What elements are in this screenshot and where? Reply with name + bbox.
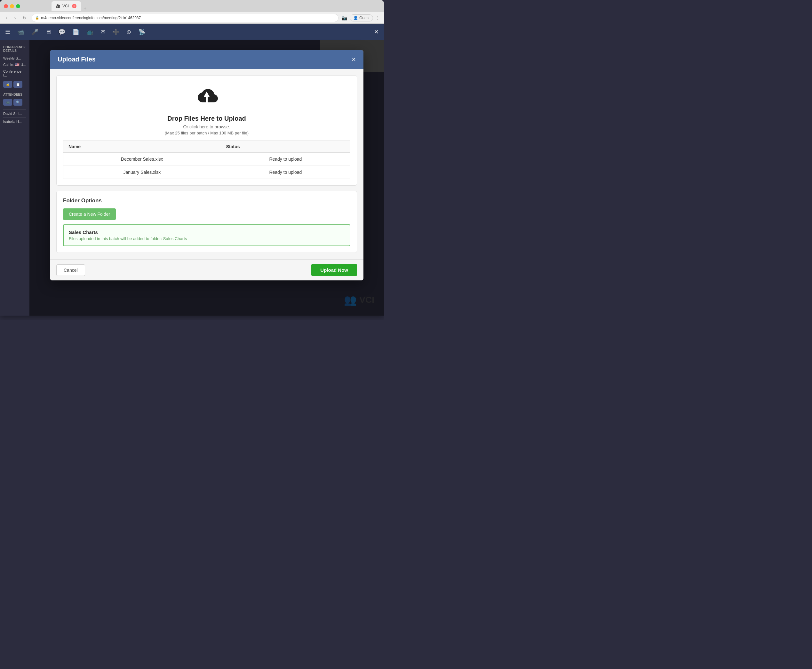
sidebar-btn-1[interactable]: 🔒 bbox=[3, 81, 12, 88]
attendee-1: David Smi... bbox=[3, 109, 26, 118]
sidebar-btn-2[interactable]: 📋 bbox=[13, 81, 22, 88]
app-content: Conference Details Weekly S... Call In: … bbox=[0, 40, 384, 316]
selected-folder-name: Sales Charts bbox=[69, 230, 345, 235]
modal-body: Drop Files Here to Upload Or click here … bbox=[50, 69, 364, 259]
conference-details-section: Conference Details Weekly S... Call In: … bbox=[3, 45, 26, 89]
record-icon[interactable]: ⊕ bbox=[126, 29, 131, 35]
reload-button[interactable]: ↻ bbox=[21, 15, 29, 21]
sidebar: Conference Details Weekly S... Call In: … bbox=[0, 40, 29, 316]
chat-icon[interactable]: 💬 bbox=[58, 29, 65, 35]
browser-actions: 📷 👤 Guest ⋮ bbox=[342, 14, 380, 22]
broadcast-icon[interactable]: 📡 bbox=[138, 29, 145, 35]
tab-favicon: 🎥 bbox=[56, 4, 60, 8]
attendees-section: Attendees 📹 🔍 David Smi... Isabella H... bbox=[3, 93, 26, 126]
file-1-status: Ready to upload bbox=[221, 153, 350, 166]
col-status: Status bbox=[221, 141, 350, 153]
folder-options-title: Folder Options bbox=[63, 197, 350, 204]
fullscreen-traffic-light[interactable] bbox=[16, 4, 20, 8]
tab-label: VCI bbox=[62, 4, 69, 8]
modal-close-button[interactable]: × bbox=[352, 56, 356, 63]
folder-options-section: Folder Options Create a New Folder Sales… bbox=[56, 191, 357, 253]
main-content: 📹 Upload Files × bbox=[29, 40, 384, 316]
user-label: Guest bbox=[359, 16, 369, 20]
modal-title: Upload Files bbox=[58, 56, 96, 63]
upload-cloud-icon bbox=[63, 85, 350, 112]
tab-close-icon[interactable]: × bbox=[72, 4, 77, 8]
file-2-status: Ready to upload bbox=[221, 166, 350, 179]
tab-bar: 🎥 VCI × + bbox=[29, 1, 111, 11]
modal-header: Upload Files × bbox=[50, 50, 364, 69]
screen-icon[interactable]: 🖥 bbox=[45, 29, 51, 35]
user-icon: 👤 bbox=[353, 16, 358, 20]
email-icon[interactable]: ✉ bbox=[101, 29, 105, 35]
sidebar-weekly[interactable]: Weekly S... bbox=[3, 55, 26, 61]
sidebar-callin[interactable]: Call In: 🇺🇸 U... bbox=[3, 61, 26, 68]
app-toolbar: ☰ 📹 🎤 🖥 💬 📄 📺 ✉ ➕ ⊕ 📡 ✕ bbox=[0, 24, 384, 40]
modal-overlay: Upload Files × bbox=[29, 40, 384, 316]
create-folder-button[interactable]: Create a New Folder bbox=[63, 208, 116, 220]
modal-footer: Cancel Upload Now bbox=[50, 259, 364, 281]
close-traffic-light[interactable] bbox=[4, 4, 8, 8]
table-row: January Sales.xlsx Ready to upload bbox=[63, 166, 350, 179]
new-tab-button[interactable]: + bbox=[82, 6, 88, 11]
cast-button[interactable]: 📷 bbox=[342, 15, 347, 20]
table-row: December Sales.xlsx Ready to upload bbox=[63, 153, 350, 166]
cancel-button[interactable]: Cancel bbox=[56, 264, 85, 276]
attendee-video-btn[interactable]: 📹 bbox=[3, 99, 12, 106]
drop-zone[interactable]: Drop Files Here to Upload Or click here … bbox=[56, 75, 357, 186]
active-tab[interactable]: 🎥 VCI × bbox=[52, 1, 81, 11]
address-bar: ‹ › ↻ 🔒 m4demo.videoconferencinginfo.com… bbox=[0, 12, 384, 24]
url-field[interactable]: 🔒 m4demo.videoconferencinginfo.com/meeti… bbox=[32, 14, 339, 22]
browser-menu-button[interactable]: ⋮ bbox=[376, 15, 380, 20]
lock-icon: 🔒 bbox=[35, 16, 39, 20]
minimize-traffic-light[interactable] bbox=[10, 4, 14, 8]
menu-icon[interactable]: ☰ bbox=[5, 29, 10, 35]
drop-title: Drop Files Here to Upload bbox=[63, 115, 350, 122]
file-1-name: December Sales.xlsx bbox=[63, 153, 221, 166]
video-icon[interactable]: 📹 bbox=[17, 29, 24, 35]
attendees-title: Attendees bbox=[3, 93, 26, 96]
file-2-name: January Sales.xlsx bbox=[63, 166, 221, 179]
drop-subtitle: Or click here to browse. bbox=[63, 124, 350, 129]
attendee-zoom-btn[interactable]: 🔍 bbox=[13, 99, 22, 106]
traffic-lights bbox=[4, 4, 20, 8]
forward-button[interactable]: › bbox=[12, 15, 18, 21]
drop-limit: (Max 25 files per batch / Max 100 MB per… bbox=[63, 131, 350, 135]
sidebar-conference-id[interactable]: Conference I... bbox=[3, 68, 26, 79]
mic-icon[interactable]: 🎤 bbox=[31, 29, 39, 35]
url-text: m4demo.videoconferencinginfo.com/meeting… bbox=[41, 16, 141, 20]
media-icon[interactable]: 📺 bbox=[86, 29, 94, 35]
selected-folder: Sales Charts Files uploaded in this batc… bbox=[63, 224, 350, 246]
selected-folder-description: Files uploaded in this batch will be add… bbox=[69, 236, 345, 241]
back-button[interactable]: ‹ bbox=[4, 15, 9, 21]
toolbar-close-icon[interactable]: ✕ bbox=[374, 29, 379, 35]
file-table: Name Status December Sales.xlsx Ready to… bbox=[63, 141, 350, 179]
col-name: Name bbox=[63, 141, 221, 153]
title-bar: 🎥 VCI × + bbox=[0, 0, 384, 12]
conference-details-title: Conference Details bbox=[3, 45, 26, 52]
document-icon[interactable]: 📄 bbox=[72, 29, 79, 35]
upload-files-modal: Upload Files × bbox=[50, 50, 364, 281]
add-icon[interactable]: ➕ bbox=[112, 29, 119, 35]
attendee-2: Isabella H... bbox=[3, 118, 26, 126]
user-account-button[interactable]: 👤 Guest bbox=[350, 14, 373, 22]
upload-now-button[interactable]: Upload Now bbox=[311, 264, 357, 276]
